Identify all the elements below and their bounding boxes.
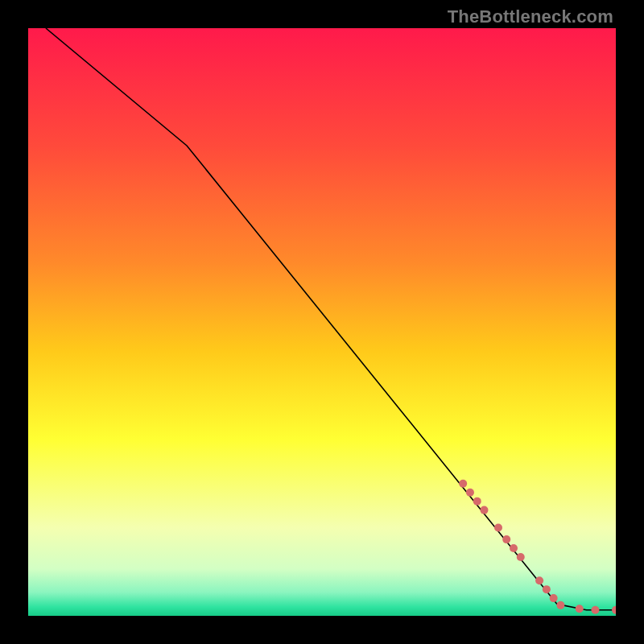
chart-frame: TheBottleneck.com xyxy=(0,0,644,644)
gradient-background xyxy=(28,28,616,616)
watermark-text: TheBottleneck.com xyxy=(448,6,613,27)
data-marker xyxy=(473,497,481,506)
data-marker xyxy=(550,594,558,602)
data-marker xyxy=(466,489,474,497)
data-marker xyxy=(576,605,584,613)
chart-plot xyxy=(28,28,616,616)
data-marker xyxy=(517,553,525,561)
data-marker xyxy=(494,524,502,532)
data-marker xyxy=(543,585,551,593)
data-marker xyxy=(535,576,543,584)
data-marker xyxy=(556,601,564,609)
data-marker xyxy=(480,506,488,514)
data-marker xyxy=(591,606,599,614)
data-marker xyxy=(459,480,467,488)
data-marker xyxy=(510,544,518,552)
data-marker xyxy=(502,535,510,543)
